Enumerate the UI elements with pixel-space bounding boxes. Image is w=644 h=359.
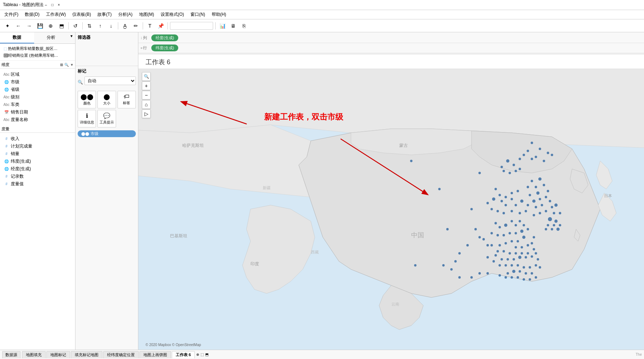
menu-data[interactable]: 数据(D) <box>22 11 42 18</box>
toolbar-save-btn[interactable]: 💾 <box>35 21 45 31</box>
map-home-btn[interactable]: ⌂ <box>142 100 151 109</box>
dim-item-shengji[interactable]: 🌐 省级 <box>2 86 73 93</box>
mea-item-lat[interactable]: 🌐 纬度(生成) <box>2 158 73 165</box>
svg-point-44 <box>545 210 547 213</box>
svg-point-111 <box>501 258 503 261</box>
status-tab-0[interactable]: 地图填充 <box>22 351 46 358</box>
dimensions-grid-btn[interactable]: ⊞ <box>60 63 63 67</box>
menu-dashboard[interactable]: 仪表板(B) <box>69 11 94 18</box>
toolbar-pin-btn[interactable]: 📌 <box>156 21 165 31</box>
dim-item-xiaodate[interactable]: 📅 销售日期 <box>2 108 73 116</box>
marks-color-btn[interactable]: ⬤⬤ 颜色 <box>78 91 96 108</box>
svg-point-68 <box>487 202 489 204</box>
svg-point-11 <box>539 148 541 150</box>
toolbar-sort-desc-btn[interactable]: ↓ <box>106 21 116 31</box>
status-nav-btn[interactable]: ⬒ <box>205 353 208 356</box>
toolbar-swap-btn[interactable]: ⇅ <box>85 21 94 31</box>
left-panel-menu-btn[interactable]: ▼ <box>68 32 75 39</box>
toolbar-new-btn[interactable]: ✦ <box>3 21 12 31</box>
filter-section: 筛选器 <box>75 32 138 66</box>
svg-point-14 <box>535 156 537 158</box>
toolbar-sort-asc-btn[interactable]: ↑ <box>96 21 105 31</box>
menu-worksheet[interactable]: 工作表(W) <box>43 11 69 18</box>
menu-format[interactable]: 设置格式(O) <box>158 11 187 18</box>
toolbar: ✦ ← → 💾 ⊕ ⬒ ↺ ⇅ ↑ ↓ A̲ ✏ T 📌 📊 🖥 ⎘ <box>0 19 644 32</box>
menu-file[interactable]: 文件(F) <box>1 11 21 18</box>
marks-label-btn[interactable]: 🏷 标签 <box>118 91 136 108</box>
mea-item-lon[interactable]: 🌐 经度(生成) <box>2 165 73 173</box>
mea-item-shouru[interactable]: # 收入 <box>2 135 73 143</box>
svg-point-87 <box>497 234 499 237</box>
svg-point-37 <box>532 200 535 203</box>
map-expand-btn[interactable]: ▷ <box>142 109 151 118</box>
toolbar-text-btn[interactable]: T <box>145 21 155 31</box>
source-item-1[interactable]: □ 经销商位置 (热销乘用车销… <box>1 52 74 59</box>
mea-item-xiaoliang[interactable]: # 销量 <box>2 150 73 158</box>
marks-detail-btn[interactable]: ℹ 详细信息 <box>78 110 96 127</box>
svg-point-27 <box>531 180 533 182</box>
toolbar-share-btn[interactable]: ⎘ <box>239 21 249 31</box>
status-tab-1[interactable]: 地图标记 <box>46 351 70 358</box>
shelf-row-pill[interactable]: 纬度(生成) <box>151 45 178 51</box>
dimensions-more-btn[interactable]: ▼ <box>70 63 74 67</box>
svg-point-150 <box>454 260 457 263</box>
map-container[interactable]: 哈萨克斯坦 蒙古 中国 巴基斯坦 印度 日本 <box>138 69 644 350</box>
dim-item-quyu[interactable]: Abc 区域 <box>2 71 73 78</box>
menu-analysis[interactable]: 分析(A) <box>115 11 135 18</box>
status-tab-3[interactable]: 经纬度确定位置 <box>103 351 139 358</box>
map-zoom-out-btn[interactable]: − <box>142 91 151 99</box>
menu-story[interactable]: 故事(T) <box>95 11 114 18</box>
toolbar-search-input[interactable] <box>170 22 213 30</box>
minimize-button[interactable]: – <box>43 3 49 8</box>
toolbar-underline-btn[interactable]: A̲ <box>120 21 130 31</box>
toolbar-forward-btn[interactable]: → <box>24 21 34 31</box>
svg-point-28 <box>538 177 542 181</box>
status-tab-5[interactable]: 工作表 6 <box>172 351 195 358</box>
status-tab-4[interactable]: 地图上画饼图 <box>139 351 171 358</box>
source-item-0[interactable]: ⬚ 热销乘用车销量数据_按区… <box>1 45 74 52</box>
status-datasource-btn[interactable]: 数据源 <box>2 351 20 358</box>
map-search-btn[interactable]: 🔍 <box>142 72 151 81</box>
dim-item-duliangname[interactable]: Abc 度量名称 <box>2 116 73 123</box>
marks-field-pill[interactable]: ⬤⬤ 市级 <box>78 130 136 137</box>
marks-size-btn[interactable]: ⬤ 大小 <box>97 91 116 108</box>
svg-point-57 <box>494 188 497 190</box>
marks-tooltip-btn[interactable]: 💬 工具提示 <box>97 110 116 127</box>
svg-point-42 <box>526 204 529 206</box>
dim-item-shiji[interactable]: 🌐 市级 <box>2 78 73 86</box>
toolbar-btn5[interactable]: ⬒ <box>57 21 66 31</box>
title-bar: Tableau - 地图的用法 – □ × <box>0 0 644 10</box>
dim-item-jiebie[interactable]: Abc 级别 <box>2 93 73 101</box>
svg-point-93 <box>498 244 501 247</box>
menu-help[interactable]: 帮助(H) <box>209 11 229 18</box>
mea-item-plan[interactable]: # 计划完成量 <box>2 143 73 150</box>
shelf-col-pill[interactable]: 经度(生成) <box>151 34 178 41</box>
svg-point-23 <box>515 170 517 172</box>
toolbar-present-btn[interactable]: 🖥 <box>229 21 238 31</box>
svg-point-15 <box>543 160 545 162</box>
dim-item-chelei[interactable]: Abc 车类 <box>2 101 73 108</box>
toolbar-back-btn[interactable]: ← <box>14 21 23 31</box>
status-add-tab-btn[interactable]: ⊕ <box>196 353 199 356</box>
marks-type-select[interactable]: 自动 <box>84 76 136 85</box>
menu-map[interactable]: 地图(M) <box>136 11 157 18</box>
map-zoom-in-btn[interactable]: + <box>142 81 151 90</box>
mea-item-records[interactable]: # 记录数 <box>2 173 73 180</box>
toolbar-addds-btn[interactable]: ⊕ <box>46 21 55 31</box>
svg-point-16 <box>551 154 553 156</box>
toolbar-pen-btn[interactable]: ✏ <box>131 21 141 31</box>
tab-analysis[interactable]: 分析 <box>34 32 68 43</box>
toolbar-undo-btn[interactable]: ↺ <box>71 21 80 31</box>
maximize-button[interactable]: □ <box>50 3 55 8</box>
svg-point-151 <box>450 268 453 271</box>
svg-point-144 <box>414 264 417 267</box>
mea-item-dulianval[interactable]: # 度量值 <box>2 180 73 188</box>
dimensions-search-btn[interactable]: 🔍 <box>64 63 69 67</box>
status-dup-tab-btn[interactable]: ⬚ <box>201 353 204 356</box>
marks-buttons: ⬤⬤ 颜色 ⬤ 大小 🏷 标签 ℹ 详细信息 💬 工具提示 <box>78 91 136 127</box>
menu-window[interactable]: 窗口(N) <box>188 11 208 18</box>
tab-data[interactable]: 数据 <box>0 32 34 43</box>
status-tab-2[interactable]: 填充标记地图 <box>71 351 102 358</box>
close-button[interactable]: × <box>56 3 61 8</box>
toolbar-chart-btn[interactable]: 📊 <box>218 21 227 31</box>
